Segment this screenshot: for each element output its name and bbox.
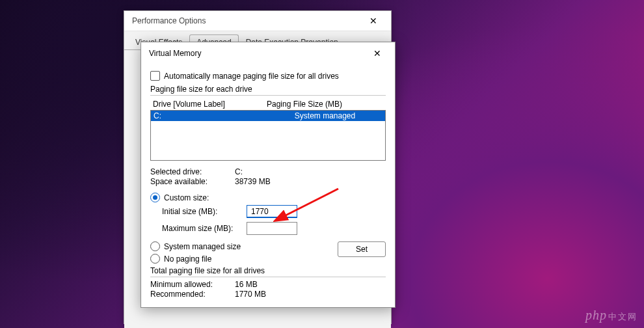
group-divider <box>150 95 386 96</box>
minimum-allowed-label: Minimum allowed: <box>150 280 235 289</box>
set-button[interactable]: Set <box>338 241 386 257</box>
custom-size-radio[interactable]: Custom size: <box>150 193 386 202</box>
checkbox-icon <box>150 71 160 81</box>
recommended-row: Recommended: 1770 MB <box>150 290 386 299</box>
system-managed-label: System managed size <box>164 242 241 251</box>
initial-size-row: Initial size (MB): <box>162 205 386 218</box>
performance-options-title: Performance Options <box>132 16 206 25</box>
maximum-size-label: Maximum size (MB): <box>162 224 247 233</box>
desktop-background: Performance Options ✕ Visual Effects Adv… <box>0 0 644 328</box>
maximum-size-row: Maximum size (MB): <box>162 222 386 235</box>
selected-drive-label: Selected drive: <box>150 167 235 176</box>
watermark: php中文网 <box>585 308 637 323</box>
drive-letter: C: <box>154 111 267 120</box>
auto-manage-checkbox[interactable]: Automatically manage paging file size fo… <box>150 71 386 81</box>
watermark-cn: 中文网 <box>608 312 637 321</box>
col-drive-label: Drive [Volume Label] <box>153 100 267 109</box>
minimum-allowed-row: Minimum allowed: 16 MB <box>150 280 386 289</box>
maximum-size-input[interactable] <box>247 222 297 235</box>
drive-list[interactable]: C: System managed <box>150 110 386 161</box>
initial-size-input[interactable] <box>247 205 297 218</box>
group-total-label: Total paging file size for all drives <box>150 266 386 275</box>
drive-list-header: Drive [Volume Label] Paging File Size (M… <box>150 98 386 110</box>
virtual-memory-title: Virtual Memory <box>149 49 201 58</box>
virtual-memory-dialog: Virtual Memory ✕ Automatically manage pa… <box>141 42 396 308</box>
space-available-row: Space available: 38739 MB <box>150 177 386 186</box>
space-available-value: 38739 MB <box>235 177 271 186</box>
close-icon[interactable]: ✕ <box>361 12 386 30</box>
custom-size-label: Custom size: <box>164 193 209 202</box>
space-available-label: Space available: <box>150 177 235 186</box>
selected-drive-row: Selected drive: C: <box>150 167 386 176</box>
no-paging-label: No paging file <box>164 254 211 264</box>
close-icon[interactable]: ✕ <box>365 44 390 62</box>
performance-options-titlebar: Performance Options ✕ <box>124 11 391 31</box>
radio-icon <box>150 254 160 264</box>
group-drives-label: Paging file size for each drive <box>150 85 386 94</box>
radio-icon <box>150 241 160 251</box>
drive-row[interactable]: C: System managed <box>151 111 385 121</box>
recommended-label: Recommended: <box>150 290 235 299</box>
col-size-label: Paging File Size (MB) <box>267 100 342 109</box>
group-divider <box>150 277 386 277</box>
recommended-value: 1770 MB <box>235 290 266 299</box>
auto-manage-label: Automatically manage paging file size fo… <box>164 72 339 81</box>
initial-size-label: Initial size (MB): <box>162 207 247 216</box>
virtual-memory-titlebar: Virtual Memory ✕ <box>141 42 395 64</box>
watermark-brand: php <box>585 308 607 322</box>
virtual-memory-body: Automatically manage paging file size fo… <box>141 64 395 307</box>
minimum-allowed-value: 16 MB <box>235 280 258 289</box>
selected-drive-value: C: <box>235 167 243 176</box>
radio-icon <box>150 193 160 202</box>
drive-size: System managed <box>267 111 382 120</box>
